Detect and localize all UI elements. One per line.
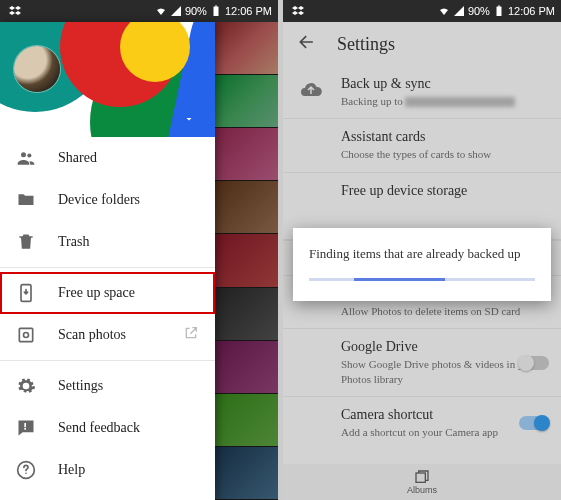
row-subtitle: Add a shortcut on your Camera app xyxy=(341,425,547,439)
row-subtitle: Allow Photos to delete items on SD card xyxy=(341,304,547,318)
battery-icon xyxy=(210,5,222,17)
settings-row-assistant-cards[interactable]: Assistant cards Choose the types of card… xyxy=(283,119,561,172)
row-title: Back up & sync xyxy=(341,76,547,92)
drawer-scrim[interactable] xyxy=(215,22,278,500)
row-subtitle: Choose the types of cards to show xyxy=(341,147,547,161)
settings-row-backup-sync[interactable]: Back up & sync Backing up to xyxy=(283,66,561,119)
dropbox-icon xyxy=(292,5,304,17)
drawer-header xyxy=(0,22,215,137)
account-dropdown-icon[interactable] xyxy=(183,111,195,129)
sidebar-item-label: Free up space xyxy=(58,285,135,301)
svg-point-3 xyxy=(27,153,31,157)
menu-separator xyxy=(0,360,215,361)
menu-separator xyxy=(0,267,215,268)
phone-storage-icon xyxy=(16,283,36,303)
dropbox-icon xyxy=(9,5,21,17)
camera-shortcut-toggle[interactable] xyxy=(519,416,549,430)
sidebar-item-label: Trash xyxy=(58,234,89,250)
row-title: Assistant cards xyxy=(341,129,547,145)
battery-pct: 90% xyxy=(185,5,207,17)
help-icon xyxy=(16,460,36,480)
wifi-icon xyxy=(438,5,450,17)
svg-rect-10 xyxy=(416,473,425,482)
battery-pct: 90% xyxy=(468,5,490,17)
svg-rect-8 xyxy=(496,7,501,17)
row-subtitle: Backing up to xyxy=(341,94,547,108)
sidebar-item-shared[interactable]: Shared xyxy=(0,137,215,179)
settings-row-camera-shortcut[interactable]: Camera shortcut Add a shortcut on your C… xyxy=(283,397,561,449)
gear-icon xyxy=(16,376,36,396)
cloud-upload-icon xyxy=(299,78,323,102)
svg-point-2 xyxy=(21,152,26,157)
folder-icon xyxy=(16,190,36,210)
signal-icon xyxy=(170,5,182,17)
navigation-drawer: Shared Device folders Trash Free up spac… xyxy=(0,22,215,500)
avatar[interactable] xyxy=(14,46,60,92)
row-title: Google Drive xyxy=(341,339,547,355)
google-drive-toggle[interactable] xyxy=(519,356,549,370)
status-bar-left: 90% 12:06 PM xyxy=(0,0,278,22)
people-icon xyxy=(16,148,36,168)
open-external-icon xyxy=(183,325,199,345)
progress-bar xyxy=(309,278,535,281)
svg-rect-9 xyxy=(498,6,500,7)
svg-rect-0 xyxy=(213,7,218,17)
nav-label: Albums xyxy=(407,485,437,495)
sidebar-item-trash[interactable]: Trash xyxy=(0,221,215,263)
scan-icon xyxy=(16,325,36,345)
app-bar: Settings xyxy=(283,22,561,66)
back-button[interactable] xyxy=(297,32,317,56)
sidebar-item-label: Scan photos xyxy=(58,327,126,343)
sidebar-item-free-up-space[interactable]: Free up space xyxy=(0,272,215,314)
row-title: Camera shortcut xyxy=(341,407,547,423)
nav-albums[interactable]: Albums xyxy=(407,469,437,495)
status-bar-right: 90% 12:06 PM xyxy=(283,0,561,22)
svg-rect-1 xyxy=(215,6,217,7)
sidebar-item-help[interactable]: Help xyxy=(0,449,215,491)
sidebar-item-label: Device folders xyxy=(58,192,140,208)
bottom-nav: Albums xyxy=(283,464,561,500)
progress-dialog: Finding items that are already backed up xyxy=(293,228,551,301)
svg-point-6 xyxy=(24,333,29,338)
sidebar-item-send-feedback[interactable]: Send feedback xyxy=(0,407,215,449)
sidebar-item-label: Send feedback xyxy=(58,420,140,436)
redacted-email xyxy=(405,97,515,107)
feedback-icon xyxy=(16,418,36,438)
sidebar-item-settings[interactable]: Settings xyxy=(0,365,215,407)
row-subtitle: Show Google Drive photos & videos in you… xyxy=(341,357,547,386)
battery-icon xyxy=(493,5,505,17)
sidebar-item-device-folders[interactable]: Device folders xyxy=(0,179,215,221)
settings-row-google-drive[interactable]: Google Drive Show Google Drive photos & … xyxy=(283,329,561,397)
clock: 12:06 PM xyxy=(508,5,555,17)
signal-icon xyxy=(453,5,465,17)
row-subtitle xyxy=(341,201,547,230)
svg-rect-5 xyxy=(19,328,32,341)
sidebar-item-scan-photos[interactable]: Scan photos xyxy=(0,314,215,356)
page-title: Settings xyxy=(337,34,395,55)
row-title: Free up device storage xyxy=(341,183,547,199)
sidebar-item-label: Help xyxy=(58,462,85,478)
clock: 12:06 PM xyxy=(225,5,272,17)
sidebar-item-label: Settings xyxy=(58,378,103,394)
dialog-message: Finding items that are already backed up xyxy=(309,244,535,264)
trash-icon xyxy=(16,232,36,252)
sidebar-item-label: Shared xyxy=(58,150,97,166)
wifi-icon xyxy=(155,5,167,17)
